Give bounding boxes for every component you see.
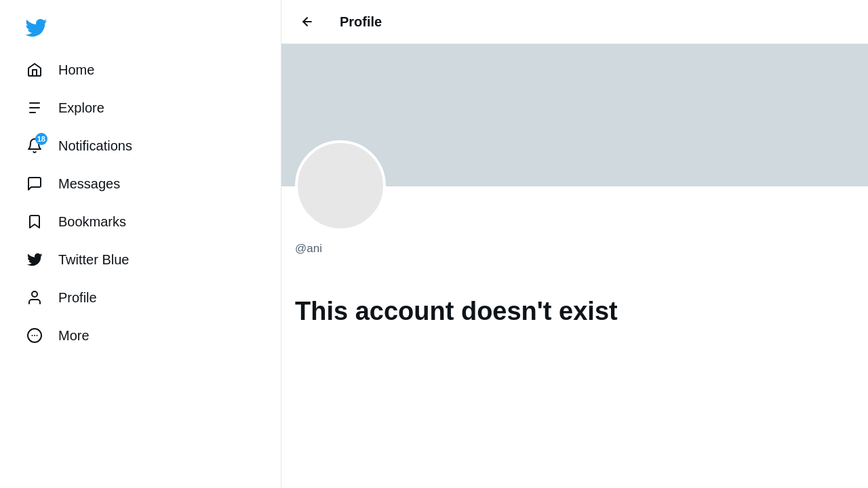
profile-username: @ani xyxy=(295,242,854,256)
notification-badge: 18 xyxy=(35,133,47,145)
profile-icon xyxy=(24,287,45,308)
twitter-logo[interactable] xyxy=(19,11,53,45)
sidebar-item-more[interactable]: More xyxy=(14,317,267,354)
profile-header: Profile xyxy=(281,0,868,44)
twitter-blue-icon xyxy=(24,249,45,270)
svg-point-7 xyxy=(37,335,38,336)
sidebar-item-bookmarks-label: Bookmarks xyxy=(58,214,126,230)
svg-point-5 xyxy=(32,335,33,336)
back-arrow-icon xyxy=(300,15,314,28)
back-button[interactable] xyxy=(295,9,319,34)
messages-icon xyxy=(24,174,45,194)
sidebar-item-messages-label: Messages xyxy=(58,176,120,192)
notifications-icon: 18 xyxy=(24,136,45,156)
sidebar-item-profile[interactable]: Profile xyxy=(14,279,267,316)
explore-icon xyxy=(24,98,45,118)
sidebar-item-bookmarks[interactable]: Bookmarks xyxy=(14,203,267,240)
avatar xyxy=(295,140,386,231)
sidebar: Home Explore 18 Notifications xyxy=(0,0,281,488)
sidebar-item-more-label: More xyxy=(58,328,90,344)
svg-point-3 xyxy=(32,291,37,297)
sidebar-item-twitter-blue[interactable]: Twitter Blue xyxy=(14,241,267,278)
svg-point-6 xyxy=(34,335,35,336)
sidebar-item-profile-label: Profile xyxy=(58,290,97,306)
sidebar-item-home[interactable]: Home xyxy=(14,52,267,88)
sidebar-item-messages[interactable]: Messages xyxy=(14,165,267,202)
home-icon xyxy=(24,60,45,80)
sidebar-item-home-label: Home xyxy=(58,62,94,78)
sidebar-item-explore-label: Explore xyxy=(58,100,104,116)
main-nav: Home Explore 18 Notifications xyxy=(14,50,267,355)
sidebar-item-notifications[interactable]: 18 Notifications xyxy=(14,127,267,164)
more-icon xyxy=(24,325,45,346)
main-content: Profile @ani This account doesn't exist xyxy=(281,0,868,488)
sidebar-item-twitter-blue-label: Twitter Blue xyxy=(58,252,129,268)
sidebar-item-notifications-label: Notifications xyxy=(58,138,132,154)
bookmarks-icon xyxy=(24,211,45,232)
header-title: Profile xyxy=(340,14,382,30)
sidebar-item-explore[interactable]: Explore xyxy=(14,89,267,126)
account-not-exist-message: This account doesn't exist xyxy=(295,296,854,327)
profile-avatar-container xyxy=(295,140,386,231)
